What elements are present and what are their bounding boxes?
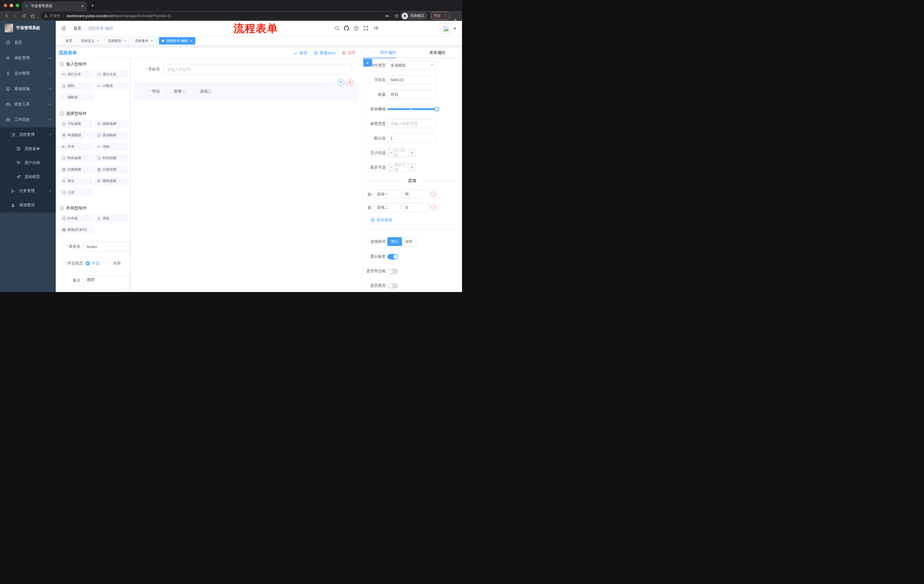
with-border-toggle[interactable] bbox=[388, 268, 398, 274]
tag-close-icon[interactable]: ✕ bbox=[150, 39, 153, 43]
add-option-button[interactable]: 添加选项 bbox=[371, 217, 459, 222]
grid-slider[interactable] bbox=[388, 105, 437, 114]
search-icon[interactable] bbox=[335, 26, 340, 31]
sidebar-fold-icon[interactable] bbox=[61, 26, 66, 31]
sidebar-item-process-model[interactable]: 流程模型 bbox=[0, 170, 56, 184]
tag-home[interactable]: 首页 bbox=[63, 37, 75, 44]
avatar[interactable] bbox=[440, 23, 451, 34]
avatar-caret-icon[interactable] bbox=[454, 28, 456, 30]
show-label-toggle[interactable] bbox=[388, 254, 398, 260]
sidebar-item-user-group[interactable]: 用户分组 bbox=[0, 156, 56, 170]
component-counter[interactable]: 123计数器 bbox=[95, 82, 129, 90]
form-name-input[interactable] bbox=[83, 242, 130, 252]
component-upload[interactable]: 上传 bbox=[59, 189, 93, 196]
duplicate-component-button[interactable] bbox=[338, 79, 345, 86]
component-date-range[interactable]: 日期范围 bbox=[95, 166, 129, 173]
delete-component-button[interactable] bbox=[346, 79, 353, 86]
increment-button[interactable]: + bbox=[408, 148, 415, 157]
address-bar[interactable]: 不安全 dashboard.yudao.iocoder.cn/bpm/manag… bbox=[41, 12, 430, 20]
drag-handle-icon[interactable] bbox=[367, 192, 372, 197]
canvas-item-phone[interactable]: *手机号 bbox=[130, 64, 363, 74]
sidebar-item-process-mgmt[interactable]: 流程管理 bbox=[0, 127, 56, 142]
component-multi-line-text[interactable]: 多行文本 bbox=[95, 71, 129, 78]
component-table[interactable]: 表格[开发中] bbox=[59, 226, 93, 234]
tag-process-form-edit[interactable]: 流程表单-编辑✕ bbox=[159, 37, 195, 44]
disabled-toggle[interactable] bbox=[388, 283, 398, 289]
forward-button[interactable] bbox=[13, 13, 18, 18]
save-button[interactable]: 保存 bbox=[293, 50, 307, 56]
remove-option-button[interactable] bbox=[431, 192, 436, 197]
component-single-line-text[interactable]: 单行文本 bbox=[59, 71, 93, 78]
tab-form-props[interactable]: 表单属性 bbox=[413, 48, 462, 58]
field-name-input[interactable] bbox=[388, 76, 436, 84]
option-label-input[interactable] bbox=[374, 190, 401, 199]
new-tab-button[interactable]: + bbox=[91, 3, 94, 8]
gender-option-2[interactable]: 选项二 bbox=[194, 89, 212, 94]
password-key-icon[interactable] bbox=[385, 14, 390, 18]
breadcrumb-home[interactable]: 首页 bbox=[73, 26, 81, 31]
default-value-input[interactable] bbox=[388, 134, 436, 143]
style-button-button[interactable]: 按钮 bbox=[402, 237, 416, 246]
home-button[interactable] bbox=[30, 14, 35, 18]
sidebar-item-process-form[interactable]: 流程表单 bbox=[0, 142, 56, 156]
component-cascader[interactable]: 级联选择 bbox=[95, 120, 129, 128]
increment-button[interactable]: + bbox=[408, 163, 415, 171]
sidebar-item-leave-query[interactable]: 请假查询 bbox=[0, 198, 56, 212]
browser-update-button[interactable]: 更新 ⋮ bbox=[431, 12, 450, 20]
tag-close-icon[interactable]: ✕ bbox=[124, 39, 126, 43]
tag-close-icon[interactable]: ✕ bbox=[97, 39, 99, 43]
close-window-button[interactable] bbox=[4, 4, 7, 7]
reload-button[interactable] bbox=[22, 14, 26, 18]
sidebar-item-system[interactable]: 系统管理 bbox=[0, 50, 56, 66]
style-default-button[interactable]: 默认 bbox=[388, 237, 402, 246]
remove-option-button[interactable] bbox=[431, 205, 436, 210]
status-radio-off[interactable]: 关闭 bbox=[107, 261, 120, 266]
gender-option-1[interactable]: 选项一 bbox=[167, 89, 185, 94]
browser-menu-dots-icon[interactable]: ⋮ bbox=[443, 14, 447, 18]
canvas-item-gender-selected[interactable]: *性别 选项一 选项二 bbox=[134, 82, 359, 100]
component-editor[interactable]: 编辑器 bbox=[59, 94, 93, 101]
link-anchor-icon[interactable] bbox=[363, 59, 372, 67]
status-radio-on[interactable]: 开启 bbox=[86, 261, 99, 266]
slider-track[interactable] bbox=[388, 108, 437, 110]
component-slider[interactable]: 滑块 bbox=[95, 143, 129, 151]
tag-process-form[interactable]: 流程表单✕ bbox=[132, 37, 156, 44]
option-value-input[interactable] bbox=[402, 190, 429, 199]
phone-input[interactable] bbox=[163, 64, 351, 74]
component-select[interactable]: 下拉选择 bbox=[59, 120, 93, 128]
option-value-input[interactable] bbox=[402, 203, 429, 212]
sidebar-item-infrastructure[interactable]: 基础设施 bbox=[0, 81, 56, 97]
drag-handle-icon[interactable] bbox=[367, 206, 372, 210]
tag-process-model[interactable]: 流程模型✕ bbox=[105, 37, 129, 44]
sidebar-item-workflow[interactable]: 工作流程 bbox=[0, 112, 56, 127]
resize-handle-icon[interactable] bbox=[126, 287, 129, 290]
component-color-picker[interactable]: 颜色选择 bbox=[95, 177, 129, 185]
decrement-button[interactable]: − bbox=[388, 148, 394, 157]
component-rate[interactable]: 评分 bbox=[59, 177, 93, 185]
fullscreen-icon[interactable] bbox=[363, 26, 368, 31]
sidebar-item-task-mgmt[interactable]: 任务管理 bbox=[0, 184, 56, 198]
tag-process-definition[interactable]: 流程定义✕ bbox=[78, 37, 102, 44]
sidebar-item-payment[interactable]: 支付管理 bbox=[0, 66, 56, 81]
bookmark-star-icon[interactable] bbox=[394, 13, 399, 18]
component-button[interactable]: 按钮 bbox=[95, 215, 129, 222]
view-json-button[interactable]: 查看json bbox=[314, 50, 335, 56]
max-select-value[interactable]: 最多可选 bbox=[394, 163, 408, 171]
minimize-window-button[interactable] bbox=[10, 4, 13, 7]
component-switch[interactable]: 开关 bbox=[59, 143, 93, 151]
component-date-picker[interactable]: 日期选择 bbox=[59, 166, 93, 173]
component-time-picker[interactable]: 时间选择 bbox=[59, 154, 93, 162]
tag-close-icon[interactable]: ✕ bbox=[190, 39, 192, 43]
back-button[interactable] bbox=[4, 13, 9, 18]
checkbox-icon[interactable] bbox=[194, 89, 198, 94]
component-password[interactable]: 密码 bbox=[59, 82, 93, 90]
sidebar-item-home[interactable]: 首页 bbox=[0, 35, 56, 50]
checkbox-icon[interactable] bbox=[167, 89, 171, 94]
decrement-button[interactable]: − bbox=[388, 163, 394, 171]
option-label-input[interactable] bbox=[374, 203, 401, 212]
component-time-range[interactable]: 时间范围 bbox=[95, 154, 129, 162]
github-icon[interactable] bbox=[344, 26, 349, 31]
component-type-select[interactable] bbox=[388, 61, 436, 70]
component-radio-group[interactable]: 单选框组 bbox=[59, 132, 93, 139]
label-width-input[interactable] bbox=[388, 119, 436, 128]
